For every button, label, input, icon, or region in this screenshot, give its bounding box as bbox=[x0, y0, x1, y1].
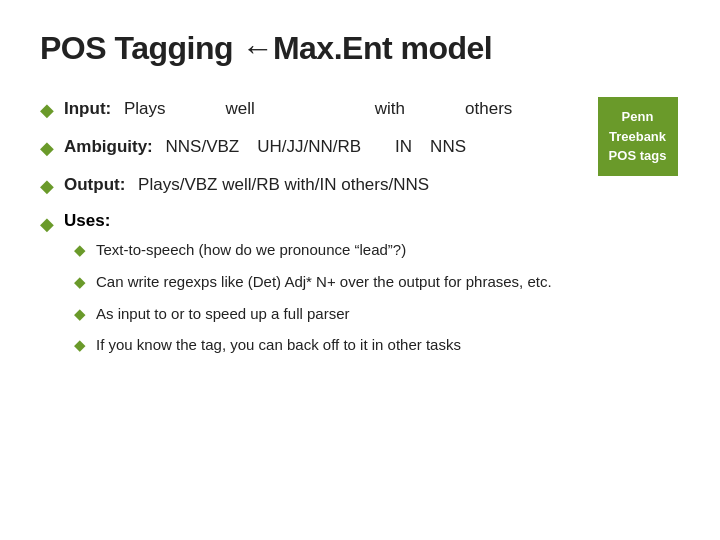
sidebar-label: Penn Treebank POS tags bbox=[609, 109, 667, 163]
input-line: Input: Plays well with others bbox=[64, 97, 512, 121]
main-content: ◆ Input: Plays well with others ◆ Ambigu… bbox=[40, 97, 580, 380]
input-word-well: well bbox=[226, 97, 255, 121]
content-area: ◆ Input: Plays well with others ◆ Ambigu… bbox=[40, 97, 680, 380]
slide-title: POS Tagging ←Max.Ent model bbox=[40, 30, 680, 67]
ambiguity-line: Ambiguity: NNS/VBZ UH/JJ/NN/RB IN NNS bbox=[64, 135, 466, 159]
sub-bullet-icon-tts: ◆ bbox=[74, 241, 86, 259]
sub-bullet-text-parser: As input to or to speed up a full parser bbox=[96, 303, 349, 325]
bullet-output: ◆ Output: Plays/VBZ well/RB with/IN othe… bbox=[40, 173, 580, 197]
uses-label: Uses: bbox=[64, 211, 110, 230]
bullet-icon-uses: ◆ bbox=[40, 213, 54, 235]
sub-bullet-text-backoff: If you know the tag, you can back off to… bbox=[96, 334, 461, 356]
input-label: Input: bbox=[64, 99, 111, 118]
output-line: Output: Plays/VBZ well/RB with/IN others… bbox=[64, 173, 429, 197]
sub-bullet-icon-backoff: ◆ bbox=[74, 336, 86, 354]
bullet-icon-ambiguity: ◆ bbox=[40, 137, 54, 159]
bullet-input: ◆ Input: Plays well with others bbox=[40, 97, 580, 121]
bullet-uses: ◆ Uses: ◆ Text-to-speech (how do we pron… bbox=[40, 211, 580, 366]
input-word-with: with bbox=[375, 97, 405, 121]
bullet-icon-output: ◆ bbox=[40, 175, 54, 197]
bullet-icon-input: ◆ bbox=[40, 99, 54, 121]
sidebar-box: Penn Treebank POS tags bbox=[598, 97, 678, 176]
slide: POS Tagging ←Max.Ent model ◆ Input: Play… bbox=[0, 0, 720, 540]
sub-bullet-regexps: ◆ Can write regexps like (Det) Adj* N+ o… bbox=[74, 271, 580, 293]
bullet-ambiguity: ◆ Ambiguity: NNS/VBZ UH/JJ/NN/RB IN NNS bbox=[40, 135, 580, 159]
sub-bullet-icon-regexps: ◆ bbox=[74, 273, 86, 291]
input-word-plays: Plays bbox=[124, 97, 166, 121]
sub-bullet-parser: ◆ As input to or to speed up a full pars… bbox=[74, 303, 580, 325]
input-word-others: others bbox=[465, 97, 512, 121]
sidebar: Penn Treebank POS tags bbox=[595, 97, 680, 380]
ambiguity-nns2: NNS bbox=[430, 135, 466, 159]
sub-bullet-backoff: ◆ If you know the tag, you can back off … bbox=[74, 334, 580, 356]
sub-bullet-tts: ◆ Text-to-speech (how do we pronounce “l… bbox=[74, 239, 580, 261]
output-text: Plays/VBZ well/RB with/IN others/NNS bbox=[138, 175, 429, 194]
sub-bullet-icon-parser: ◆ bbox=[74, 305, 86, 323]
ambiguity-uh: UH/JJ/NN/RB bbox=[257, 135, 361, 159]
sub-bullet-text-tts: Text-to-speech (how do we pronounce “lea… bbox=[96, 239, 406, 261]
ambiguity-nns: NNS/VBZ bbox=[166, 135, 240, 159]
sub-bullets-list: ◆ Text-to-speech (how do we pronounce “l… bbox=[74, 239, 580, 356]
ambiguity-in: IN bbox=[395, 135, 412, 159]
ambiguity-label: Ambiguity: bbox=[64, 137, 153, 156]
output-label: Output: bbox=[64, 175, 125, 194]
sub-bullet-text-regexps: Can write regexps like (Det) Adj* N+ ove… bbox=[96, 271, 552, 293]
